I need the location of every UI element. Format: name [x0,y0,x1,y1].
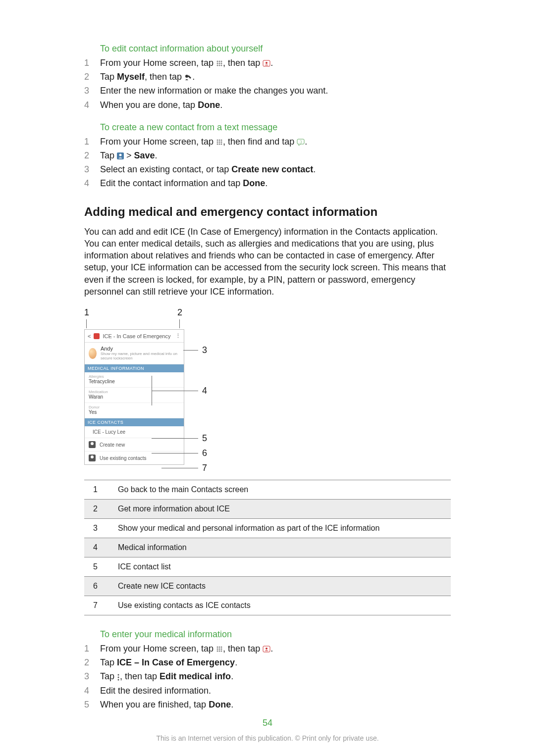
svg-point-31 [217,651,218,652]
step-number: 3 [84,163,100,176]
field-value: Tetracycline [89,379,180,384]
step-number: 2 [84,71,100,83]
step-text: When you are done, tap Done. [100,99,451,111]
steps-edit-yourself: 1 From your Home screen, tap , then tap … [84,57,451,111]
page-number: 54 [0,718,535,728]
step-text: From your Home screen, tap , then find a… [100,136,451,148]
apps-icon [216,646,223,653]
svg-point-30 [221,649,222,650]
step-number: 2 [84,150,100,162]
step-number: 3 [84,85,100,97]
svg-point-17 [221,142,222,143]
step-number: 1 [84,643,100,655]
legend-num: 2 [84,500,113,519]
phone-header: < ICE - In Case of Emergency ⋮ [85,330,184,343]
field-value: Waran [89,394,180,400]
svg-point-6 [217,65,218,66]
legend-num: 6 [84,577,113,596]
svg-point-38 [118,679,119,680]
profile-sub: Show my name, picture and medical info o… [101,352,180,361]
more-icon [117,674,120,681]
step-text: From your Home screen, tap , then tap . [100,57,451,69]
legend-text: Show your medical and personal informati… [113,519,451,538]
contacts-icon [263,646,270,653]
field-value: Yes [89,409,180,415]
svg-point-4 [219,63,220,64]
apps-icon [216,139,223,146]
allergies-field: Allergies Tetracycline [85,372,184,388]
svg-point-8 [221,65,222,66]
callout-3: 3 [202,345,207,355]
use-existing-label: Use existing contacts [100,455,147,461]
legend-num: 5 [84,557,113,577]
step-text: Tap > Save. [100,150,451,162]
medical-label: MEDICAL INFORMATION [85,364,184,372]
donor-field: Donor Yes [85,403,184,418]
step-text: Enter the new information or make the ch… [100,85,451,97]
existing-contact-icon [89,454,96,461]
svg-point-33 [221,651,222,652]
svg-point-13 [219,140,220,141]
contact-icon [117,152,124,159]
svg-point-25 [217,647,218,648]
svg-point-1 [219,61,220,62]
step-text: Edit the desired information. [100,685,451,697]
field-label: Donor [89,405,180,409]
step-text: From your Home screen, tap , then tap . [100,643,451,655]
legend-text: Medical information [113,538,451,557]
svg-point-5 [221,63,222,64]
legend-num: 7 [84,596,113,615]
phone-title: ICE - In Case of Emergency [103,333,172,339]
step-number: 2 [84,656,100,669]
heading-edit-yourself: To edit contact information about yourse… [84,44,451,54]
step-number: 4 [84,99,100,111]
step-text: Tap Myself, then tap . [100,71,451,83]
step-number: 3 [84,670,100,683]
svg-point-16 [219,142,220,143]
svg-point-18 [217,144,218,145]
steps-enter-medical: 1 From your Home screen, tap , then tap … [84,643,451,711]
heading-enter-medical: To enter your medical information [84,629,451,640]
step-number: 1 [84,136,100,148]
svg-point-28 [217,649,218,650]
callout-6: 6 [202,448,207,458]
messaging-icon: :) [297,139,305,146]
svg-point-0 [217,61,218,62]
heading-ice: Adding medical and emergency contact inf… [84,205,451,219]
add-contact-icon [89,441,96,448]
create-new-label: Create new [100,442,125,448]
step-text: When you are finished, tap Done. [100,699,451,711]
svg-point-37 [118,676,119,678]
phone-frame: < ICE - In Case of Emergency ⋮ Andy Show… [84,329,184,465]
svg-point-19 [219,144,220,145]
ice-screenshot: 1 2 < ICE - In Case of Emergency ⋮ Andy … [84,307,263,465]
back-icon: < [88,333,91,339]
legend-num: 1 [84,480,113,500]
svg-point-36 [118,674,119,675]
step-number: 4 [84,685,100,697]
legend-text: Use existing contacts as ICE contacts [113,596,451,615]
phone-profile-row: Andy Show my name, picture and medical i… [85,343,184,364]
svg-point-3 [217,63,218,64]
legend-text: ICE contact list [113,557,451,577]
svg-point-10 [266,62,268,64]
avatar-icon [89,348,97,359]
more-icon: ⋮ [175,333,181,339]
legend-num: 4 [84,538,113,557]
svg-point-35 [266,648,268,650]
step-text: Tap , then tap Edit medical info. [100,670,451,683]
legend-text: Get more information about ICE [113,500,451,519]
callout-5: 5 [202,433,207,444]
contacts-app-icon [94,333,100,339]
svg-point-12 [217,140,218,141]
legend-num: 3 [84,519,113,538]
svg-point-15 [217,142,218,143]
heading-new-from-text: To create a new contact from a text mess… [84,122,451,133]
callout-4: 4 [202,386,207,396]
svg-point-27 [221,647,222,648]
svg-point-14 [221,140,222,141]
step-number: 1 [84,57,100,69]
step-text: Tap ICE – In Case of Emergency. [100,656,451,669]
footer-text: This is an Internet version of this publ… [0,734,535,742]
svg-point-26 [219,647,220,648]
